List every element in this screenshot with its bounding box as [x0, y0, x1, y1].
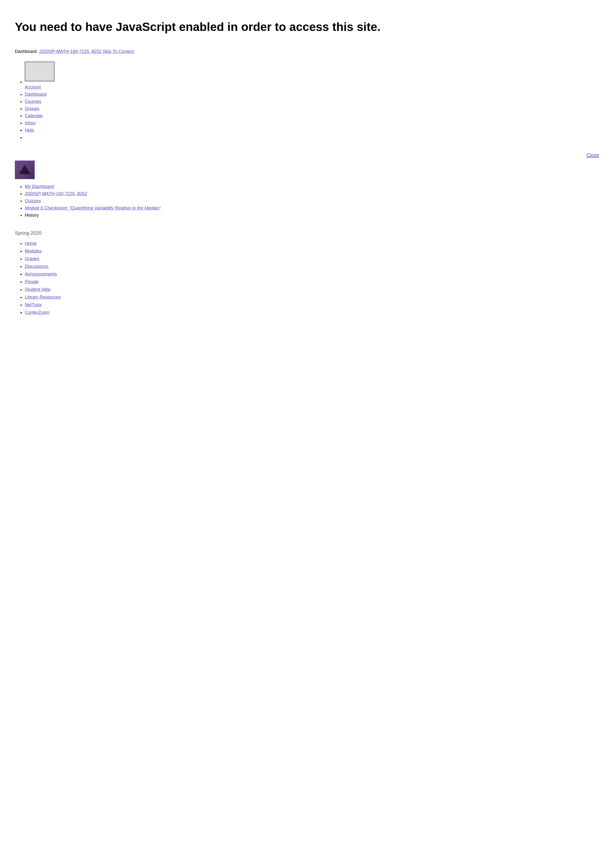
breadcrumb-item-course: 2020SP-MATH-160-7225, 8252 [25, 191, 599, 197]
course-section: Spring 2020 Home Modules Grades Discussi… [15, 230, 599, 315]
course-nav-nettutor: NetTutor [25, 302, 599, 307]
course-avatar-icon [15, 161, 35, 179]
course-nav-home: Home [25, 241, 599, 246]
library-resources-link[interactable]: Library Resources [25, 294, 61, 299]
course-nav-grades: Grades [25, 256, 599, 262]
quizzes-link[interactable]: Quizzes [25, 198, 41, 203]
global-nav-courses-item: Courses [25, 99, 599, 104]
course-nav-list: Home Modules Grades Discussions Announce… [15, 241, 599, 315]
global-nav-groups-item: Groups [25, 106, 599, 111]
groups-link[interactable]: Groups [25, 106, 39, 111]
breadcrumb-course-link[interactable]: 2020SP-MATH-160-7225, 8252 Skip To Conte… [39, 49, 134, 54]
course-nav-student-help: Student Help [25, 287, 599, 292]
my-dashboard-link[interactable]: My Dashboard [25, 184, 54, 189]
close-button[interactable]: Close [586, 152, 599, 158]
people-link[interactable]: People [25, 279, 39, 284]
account-link[interactable]: Account [25, 85, 41, 90]
inbox-link[interactable]: Inbox [25, 121, 36, 126]
course-section-label: Spring 2020 [15, 230, 599, 236]
grades-link[interactable]: Grades [25, 256, 39, 261]
course-nav-conferzoom: ConferZoom [25, 310, 599, 315]
help-link[interactable]: Help [25, 128, 34, 133]
breadcrumb-section: My Dashboard 2020SP-MATH-160-7225, 8252 … [15, 184, 599, 218]
modules-link[interactable]: Modules [25, 249, 42, 254]
breadcrumb-item-quizzes: Quizzes [25, 198, 599, 204]
announcements-link[interactable]: Announcements [25, 271, 57, 277]
global-nav-dashboard-item: Dashboard [25, 92, 599, 97]
breadcrumb-item-history: History [25, 213, 599, 218]
close-area: Close [15, 150, 599, 158]
course-nav: Home Modules Grades Discussions Announce… [15, 241, 599, 315]
avatar-placeholder [25, 62, 54, 81]
course-avatar [15, 161, 35, 179]
global-nav-inbox-item: Inbox [25, 121, 599, 126]
course-nav-library-resources: Library Resources [25, 294, 599, 300]
svg-rect-2 [15, 161, 35, 179]
course-nav-discussions: Discussions [25, 264, 599, 269]
courses-link[interactable]: Courses [25, 99, 41, 104]
breadcrumb-item-module6: Module 6 Checkpoint: "Quantifying Variab… [25, 206, 599, 211]
breadcrumb-item-my-dashboard: My Dashboard [25, 184, 599, 189]
breadcrumb-dashboard-label: Dashboard [15, 49, 37, 54]
discussions-link[interactable]: Discussions [25, 264, 48, 269]
dashboard-link[interactable]: Dashboard [25, 92, 47, 97]
student-help-link[interactable]: Student Help [25, 287, 51, 292]
js-warning-heading: You need to have JavaScript enabled in o… [15, 20, 599, 34]
global-nav-help-item: Help [25, 128, 599, 133]
module6-link[interactable]: Module 6 Checkpoint: "Quantifying Variab… [25, 206, 161, 211]
home-link[interactable]: Home [25, 241, 37, 246]
course-nav-announcements: Announcements [25, 271, 599, 277]
global-nav-list: Account Dashboard Courses Groups Calenda… [15, 62, 599, 140]
course-nav-people: People [25, 279, 599, 284]
global-nav-avatar-item: Account [25, 62, 599, 90]
breadcrumb-nav-list: My Dashboard 2020SP-MATH-160-7225, 8252 … [15, 184, 599, 218]
course-nav-modules: Modules [25, 249, 599, 254]
breadcrumb: Dashboard 2020SP-MATH-160-7225, 8252 Ski… [15, 49, 599, 54]
calendar-link[interactable]: Calendar [25, 113, 43, 118]
history-label: History [25, 213, 39, 218]
conferzoom-link[interactable]: ConferZoom [25, 310, 50, 315]
course-link-nav[interactable]: 2020SP-MATH-160-7225, 8252 [25, 191, 87, 196]
global-nav-calendar-item: Calendar [25, 113, 599, 118]
global-nav: Account Dashboard Courses Groups Calenda… [15, 62, 599, 140]
nettutor-link[interactable]: NetTutor [25, 302, 42, 307]
global-nav-empty-item [25, 135, 599, 140]
